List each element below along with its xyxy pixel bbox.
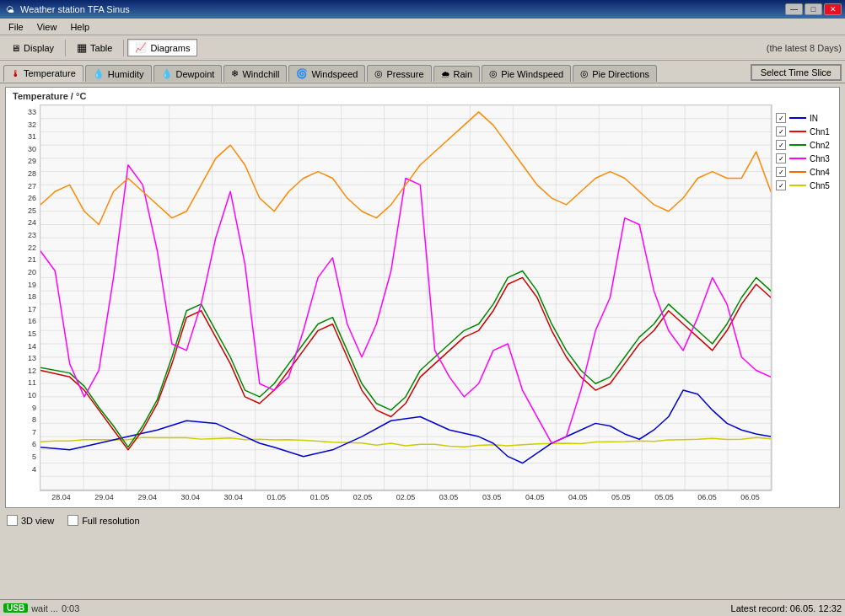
- menu-file[interactable]: File: [2, 20, 30, 34]
- tab-windchill[interactable]: ❄ Windchill: [223, 65, 287, 82]
- menu-view[interactable]: View: [30, 20, 64, 34]
- x-axis-label: 05.05: [643, 490, 686, 507]
- chart-title: Temperature / °C: [6, 88, 839, 104]
- y-axis-label: 18: [28, 292, 36, 301]
- y-axis-label: 32: [28, 121, 36, 129]
- minimize-button[interactable]: —: [785, 3, 803, 15]
- x-axis-label: 02.05: [341, 490, 384, 507]
- x-axis-label: 03.05: [428, 490, 471, 507]
- tab-humidity[interactable]: 💧 Humidity: [85, 65, 152, 82]
- y-axis-label: 14: [28, 342, 36, 351]
- legend-line: [789, 131, 806, 132]
- pie-directions-tab-label: Pie Directions: [592, 69, 649, 79]
- y-axis-label: 26: [28, 194, 36, 202]
- tab-dewpoint[interactable]: 💧 Dewpoint: [153, 65, 223, 82]
- 3d-view-checkbox[interactable]: [7, 515, 18, 526]
- x-axis-label: 06.05: [729, 490, 772, 507]
- tab-pie-windspeed[interactable]: ◎ Pie Windspeed: [482, 65, 571, 82]
- y-axis-label: 25: [28, 206, 36, 215]
- legend-checkbox[interactable]: ✓: [776, 140, 786, 150]
- app-icon: 🌤: [3, 3, 17, 16]
- full-resolution-text: Full resolution: [82, 516, 139, 526]
- wait-text: wait ...: [31, 603, 58, 613]
- full-resolution-label[interactable]: Full resolution: [67, 515, 139, 526]
- date-range-label: (the latest 8 Days): [767, 43, 842, 53]
- status-bar: USB wait ... 0:03 Latest record: 06.05. …: [0, 599, 845, 616]
- windchill-tab-label: Windchill: [242, 69, 279, 79]
- chart-plot-area: [40, 104, 772, 490]
- legend-checkbox[interactable]: ✓: [776, 153, 786, 163]
- x-axis-label: 30.04: [212, 490, 255, 507]
- legend-label: IN: [810, 114, 818, 123]
- windspeed-icon: 🌀: [296, 68, 308, 79]
- humidity-tab-label: Humidity: [108, 69, 144, 79]
- y-axis-label: 31: [28, 132, 36, 141]
- pie-directions-icon: ◎: [580, 68, 589, 79]
- x-axis: 28.0429.0429.0430.0430.0401.0501.0502.05…: [6, 490, 839, 507]
- tab-pressure[interactable]: ◎ Pressure: [367, 65, 431, 82]
- legend-label: Chn4: [810, 168, 830, 177]
- 3d-view-label[interactable]: 3D view: [7, 515, 54, 526]
- diagrams-label: Diagrams: [150, 43, 190, 53]
- y-axis-label: 15: [28, 329, 36, 338]
- y-axis-label: 19: [28, 281, 36, 289]
- toolbar-sep-1: [65, 40, 66, 56]
- tab-windspeed[interactable]: 🌀 Windspeed: [288, 65, 365, 82]
- legend-checkbox[interactable]: ✓: [776, 180, 786, 190]
- chart-canvas: [40, 105, 771, 490]
- tab-temperature[interactable]: 🌡 Temperature: [3, 65, 83, 82]
- legend-item: ✓ Chn2: [776, 140, 836, 150]
- display-button[interactable]: 🖥 Display: [3, 40, 62, 56]
- y-axis-label: 4: [32, 465, 36, 474]
- legend-checkbox[interactable]: ✓: [776, 167, 786, 177]
- y-axis-label: 7: [32, 428, 36, 437]
- legend-checkbox[interactable]: ✓: [776, 113, 786, 123]
- y-axis-label: 27: [28, 182, 36, 190]
- display-icon: 🖥: [11, 43, 20, 53]
- legend-checkbox[interactable]: ✓: [776, 126, 786, 137]
- table-button[interactable]: ▦ Table: [69, 38, 120, 57]
- y-axis-label: 8: [32, 415, 36, 424]
- legend-item: ✓ Chn4: [776, 167, 836, 177]
- y-axis-label: 11: [28, 378, 36, 387]
- y-axis-label: 13: [28, 354, 36, 362]
- toolbar-sep-2: [123, 40, 124, 56]
- maximize-button[interactable]: □: [805, 3, 822, 15]
- close-button[interactable]: ✕: [824, 3, 842, 15]
- menu-help[interactable]: Help: [63, 20, 96, 34]
- chart-legend: ✓ IN ✓ Chn1 ✓ Chn2 ✓ Chn3 ✓ Chn4 ✓ Chn5: [772, 104, 839, 490]
- chart-container: Temperature / °C 33323130292827262524232…: [5, 87, 840, 508]
- tab-rain[interactable]: 🌧 Rain: [433, 66, 481, 82]
- x-axis-label: 06.05: [686, 490, 729, 507]
- select-time-slice-button[interactable]: Select Time Slice: [751, 64, 842, 81]
- x-axis-label: 04.05: [514, 490, 557, 507]
- x-axis-label: 01.05: [298, 490, 341, 507]
- y-axis-label: 6: [32, 440, 36, 448]
- timer-text: 0:03: [62, 603, 79, 613]
- rain-tab-label: Rain: [454, 69, 473, 79]
- full-resolution-checkbox[interactable]: [67, 515, 78, 526]
- y-axis-label: 22: [28, 244, 36, 252]
- legend-label: Chn1: [810, 127, 830, 137]
- humidity-icon: 💧: [93, 68, 105, 79]
- window-controls: — □ ✕: [785, 3, 842, 15]
- y-axis-label: 28: [28, 169, 36, 178]
- legend-label: Chn2: [810, 141, 830, 150]
- x-axis-label: 03.05: [471, 490, 514, 507]
- x-axis-label: 05.05: [600, 490, 643, 507]
- windspeed-tab-label: Windspeed: [311, 69, 358, 79]
- tab-pie-directions[interactable]: ◎ Pie Directions: [573, 65, 657, 82]
- table-icon: ▦: [77, 41, 87, 54]
- diagrams-button[interactable]: 📈 Diagrams: [127, 39, 197, 56]
- legend-line: [789, 117, 806, 119]
- chart-inner: 3332313029282726252423222120191817161514…: [6, 104, 839, 490]
- y-axis-label: 33: [28, 108, 36, 116]
- window-title: Weather station TFA Sinus: [20, 4, 785, 14]
- x-axis-label: 28.04: [40, 490, 83, 507]
- latest-record-text: Latest record: 06.05. 12:32: [731, 603, 842, 613]
- x-axis-label: 30.04: [169, 490, 212, 507]
- temperature-icon: 🌡: [11, 68, 20, 78]
- x-axis-label: 29.04: [126, 490, 169, 507]
- tab-right-area: Select Time Slice: [751, 64, 842, 81]
- rain-icon: 🌧: [441, 69, 450, 79]
